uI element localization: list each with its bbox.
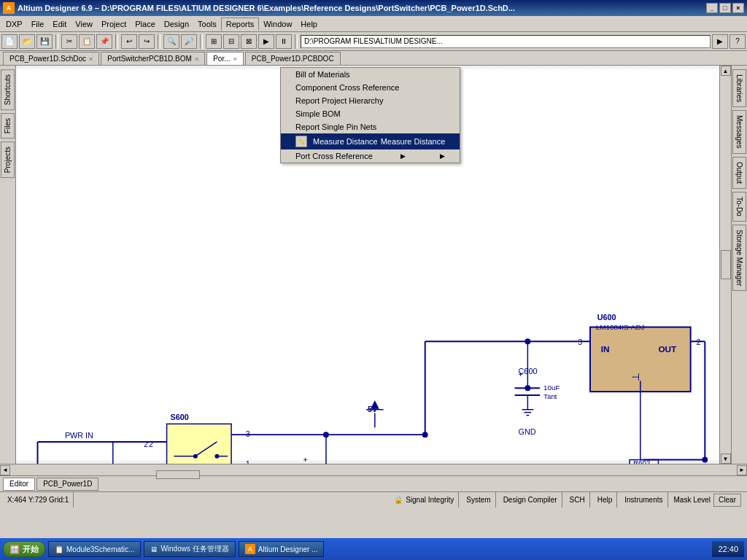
toolbar-redo[interactable]: ↪ <box>139 34 155 49</box>
sidebar-output[interactable]: Output <box>732 157 746 189</box>
menu-view[interactable]: View <box>71 18 97 30</box>
status-coords: X:464 Y:729 Grid:1 <box>3 492 74 508</box>
toolbar-paste[interactable]: 📌 <box>96 34 112 49</box>
vertical-scrollbar[interactable]: ▲ ▼ <box>719 66 731 464</box>
tab-bar: PCB_Power1D.SchDoc × PortSwitcherPCB1D.B… <box>0 51 747 66</box>
toolbar-zoom-in[interactable]: 🔍 <box>163 34 179 49</box>
tab-pcbdoc[interactable]: PCB_Power1D.PCBDOC <box>245 52 341 65</box>
dropdown-menu: Bill of Materials Component Cross Refere… <box>280 67 460 163</box>
toolbar-b1[interactable]: ⊞ <box>206 34 222 49</box>
toolbar-sep3 <box>158 34 160 49</box>
clock: 22:40 <box>712 541 744 557</box>
menu-bill-of-materials[interactable]: Bill of Materials <box>281 68 460 81</box>
svg-text:U600: U600 <box>597 313 616 322</box>
toolbar: 📄 📂 💾 ✂ 📋 📌 ↩ ↪ 🔍 🔎 ⊞ ⊟ ⊠ ▶ ⏸ D:\PROGRAM… <box>0 32 747 51</box>
toolbar-new[interactable]: 📄 <box>1 34 18 49</box>
mask-level-label: Mask Level <box>674 496 711 504</box>
tab-close-pcbpower[interactable]: × <box>89 55 93 63</box>
toolbar-undo[interactable]: ↩ <box>121 34 137 49</box>
toolbar-b4[interactable]: ▶ <box>258 34 274 49</box>
menu-edit[interactable]: Edit <box>48 18 71 30</box>
svg-point-17 <box>214 454 219 459</box>
menu-single-pin[interactable]: Report Single Pin Nets <box>281 120 460 133</box>
toolbar-cut[interactable]: ✂ <box>61 34 77 49</box>
horizontal-scrollbar[interactable]: ◄ ► <box>0 464 747 475</box>
bottom-tab-editor[interactable]: Editor <box>3 478 35 491</box>
toolbar-sep5 <box>295 34 298 49</box>
sidebar-shortcuts[interactable]: Shortcuts <box>1 69 15 110</box>
status-instruments: Instruments <box>620 492 667 508</box>
hscroll-thumb[interactable] <box>156 470 200 479</box>
svg-point-16 <box>193 454 198 459</box>
taskbar-taskmgr[interactable]: 🖥 Windows 任务管理器 <box>144 541 235 557</box>
maximize-button[interactable]: □ <box>719 3 731 13</box>
close-button[interactable]: × <box>732 3 744 13</box>
status-signal: 🔒 Signal Integrity <box>390 492 459 508</box>
menu-bar: DXP File Edit View Project Place Design … <box>0 16 747 32</box>
menu-project[interactable]: Project <box>97 18 131 30</box>
toolbar-b2[interactable]: ⊟ <box>223 34 239 49</box>
tab-bom[interactable]: PortSwitcherPCB1D.BOM × <box>101 52 205 65</box>
sidebar-todo[interactable]: To-Do <box>732 192 746 222</box>
title-bar-text: Altium Designer 6.9 – D:\PROGRAM FILES\A… <box>18 4 515 12</box>
toolbar-save[interactable]: 💾 <box>36 34 53 49</box>
svg-point-66 <box>422 432 428 438</box>
scroll-up-button[interactable]: ▲ <box>721 66 731 76</box>
menu-port-xref[interactable]: Port Cross Reference ▶ <box>281 149 460 163</box>
sidebar-messages[interactable]: Messages <box>732 110 746 154</box>
scroll-thumb[interactable] <box>721 250 731 279</box>
minimize-button[interactable]: _ <box>706 3 718 13</box>
toolbar-go[interactable]: ▶ <box>712 34 728 49</box>
svg-text:PWR IN: PWR IN <box>65 431 93 440</box>
menu-report-hierarchy[interactable]: Report Project Hierarchy <box>281 94 460 107</box>
scroll-left-button[interactable]: ◄ <box>0 465 10 475</box>
toolbar-copy[interactable]: 📋 <box>79 34 95 49</box>
taskbar-module3[interactable]: 📋 Module3Schematic... <box>48 541 141 557</box>
menu-help[interactable]: Help <box>296 18 322 30</box>
left-sidebar: Shortcuts Files Projects <box>0 66 16 464</box>
sidebar-projects[interactable]: Projects <box>1 141 15 178</box>
menu-file[interactable]: File <box>27 18 49 30</box>
svg-text:OUT: OUT <box>658 344 677 354</box>
signal-icon: 🔒 <box>394 496 403 504</box>
toolbar-b3[interactable]: ⊠ <box>241 34 257 49</box>
sidebar-files[interactable]: Files <box>1 113 15 139</box>
menu-reports[interactable]: Reports <box>221 18 260 31</box>
sidebar-storage[interactable]: Storage Manager <box>732 225 746 291</box>
menu-window[interactable]: Window <box>259 18 296 30</box>
menu-design[interactable]: Design <box>160 18 193 30</box>
menu-component-xref[interactable]: Component Cross Reference <box>281 81 460 94</box>
clear-button[interactable]: Clear <box>713 494 741 507</box>
status-design-compiler: Design Compiler <box>499 492 562 508</box>
svg-text:2: 2 <box>144 440 148 448</box>
tab-close-bom[interactable]: × <box>195 55 198 63</box>
title-bar: A Altium Designer 6.9 – D:\PROGRAM FILES… <box>0 0 747 16</box>
svg-text:IN: IN <box>601 344 610 354</box>
toolbar-help[interactable]: ? <box>729 34 746 49</box>
toolbar-zoom-out[interactable]: 🔎 <box>181 34 197 49</box>
title-bar-controls: _ □ × <box>706 3 744 13</box>
taskbar-module3-icon: 📋 <box>55 545 63 553</box>
svg-text:⊣: ⊣ <box>631 372 640 383</box>
menu-place[interactable]: Place <box>131 18 160 30</box>
app-icon: A <box>3 2 15 14</box>
menu-tools[interactable]: Tools <box>193 18 221 30</box>
sidebar-libraries[interactable]: Libraries <box>732 69 746 107</box>
tab-por[interactable]: Por... × <box>206 52 244 65</box>
tab-close-por[interactable]: × <box>233 55 237 63</box>
tab-pcbpower[interactable]: PCB_Power1D.SchDoc × <box>3 52 99 65</box>
taskbar-altium[interactable]: A Altium Designer ... <box>239 541 325 557</box>
scroll-down-button[interactable]: ▼ <box>721 454 731 464</box>
menu-simple-bom[interactable]: Simple BOM <box>281 107 460 120</box>
menu-measure-distance[interactable]: 📏 Measure Distance Measure Distance <box>281 133 460 149</box>
start-icon: 🪟 <box>9 545 20 554</box>
taskbar-right: 22:40 <box>712 541 744 557</box>
toolbar-b5[interactable]: ⏸ <box>276 34 292 49</box>
start-button[interactable]: 🪟 开始 <box>3 541 45 557</box>
scroll-right-button[interactable]: ► <box>737 465 747 475</box>
bottom-tab-pcbpower[interactable]: PCB_Power1D <box>36 478 98 491</box>
toolbar-open[interactable]: 📂 <box>19 34 35 49</box>
menu-dxp[interactable]: DXP <box>1 18 27 30</box>
svg-text:Tant: Tant <box>543 392 557 400</box>
svg-text:3: 3 <box>246 429 250 438</box>
